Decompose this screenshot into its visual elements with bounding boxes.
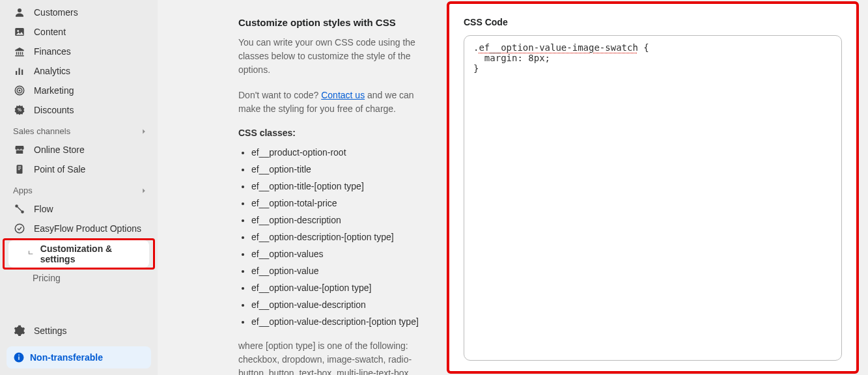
- chevron-right-icon: [139, 186, 148, 195]
- svg-point-16: [15, 224, 24, 233]
- sidebar-item-label: Marketing: [34, 85, 74, 96]
- svg-rect-3: [16, 71, 17, 75]
- svg-rect-5: [21, 70, 23, 75]
- svg-point-0: [18, 8, 21, 12]
- sidebar-item-label: EasyFlow Product Options: [34, 223, 141, 234]
- sidebar-item-label: Settings: [34, 326, 67, 336]
- info-heading: Customize option styles with CSS: [238, 17, 423, 28]
- app-icon: [13, 222, 26, 235]
- sidebar: Customers Content Finances Analytics Mar…: [0, 0, 158, 375]
- info-nocode: Don't want to code? Contact us and we ca…: [238, 89, 423, 116]
- css-class-item: ef__option-value-description: [251, 298, 423, 312]
- sidebar-item-label: Pricing: [33, 273, 61, 283]
- spell-underline: ef__option-value-image-swatch: [479, 42, 637, 53]
- section-label: Sales channels: [13, 126, 70, 136]
- css-class-item: ef__option-value: [251, 264, 423, 278]
- svg-point-8: [19, 90, 21, 92]
- panel-title: CSS Code: [464, 17, 842, 27]
- sidebar-item-customers[interactable]: Customers: [0, 3, 158, 22]
- sidebar-item-label: Content: [34, 27, 66, 37]
- target-icon: [13, 84, 26, 97]
- css-class-item: ef__option-total-price: [251, 197, 423, 210]
- info-intro: You can write your own CSS code using th…: [238, 36, 423, 77]
- sidebar-item-label: Discounts: [34, 105, 74, 115]
- sidebar-item-content[interactable]: Content: [0, 22, 158, 42]
- sidebar-section-sales[interactable]: Sales channels: [0, 120, 158, 140]
- nocode-prefix: Don't want to code?: [238, 90, 321, 100]
- sidebar-item-label: Flow: [34, 204, 53, 214]
- sidebar-item-easyflow[interactable]: EasyFlow Product Options: [0, 219, 158, 238]
- css-class-item: ef__product-option-root: [251, 146, 423, 160]
- sidebar-item-finances[interactable]: Finances: [0, 42, 158, 61]
- css-class-item: ef__option-description: [251, 214, 423, 227]
- css-class-item: ef__option-title: [251, 163, 423, 176]
- discount-icon: %: [13, 104, 26, 117]
- section-label: Apps: [13, 186, 33, 195]
- svg-rect-4: [19, 68, 20, 76]
- sidebar-item-settings[interactable]: Settings: [0, 320, 158, 341]
- css-class-list: ef__product-option-root ef__option-title…: [238, 146, 423, 329]
- sidebar-item-marketing[interactable]: Marketing: [0, 81, 158, 100]
- svg-point-2: [17, 30, 19, 32]
- highlight-customization-settings: Customization & settings: [3, 238, 155, 270]
- css-code-panel: CSS Code .ef__option-value-image-swatch …: [447, 1, 859, 374]
- css-class-item: ef__option-value-description-[option typ…: [251, 315, 423, 329]
- svg-rect-11: [18, 167, 21, 167]
- sidebar-item-customization-settings[interactable]: Customization & settings: [8, 240, 149, 268]
- non-transferable-badge[interactable]: Non-transferable: [7, 346, 151, 368]
- contact-us-link[interactable]: Contact us: [321, 90, 365, 100]
- sidebar-section-apps[interactable]: Apps: [0, 179, 158, 199]
- sidebar-item-discounts[interactable]: % Discounts: [0, 100, 158, 120]
- sidebar-item-pricing[interactable]: Pricing: [0, 270, 158, 286]
- indent-icon: [27, 249, 36, 259]
- classes-label: CSS classes:: [238, 128, 423, 138]
- chevron-right-icon: [139, 127, 148, 136]
- svg-rect-13: [18, 169, 20, 170]
- gear-icon: [13, 324, 26, 337]
- css-class-item: ef__option-values: [251, 247, 423, 261]
- spacer: [0, 286, 158, 320]
- badge-label: Non-transferable: [30, 352, 103, 363]
- bank-icon: [13, 45, 26, 58]
- store-icon: [13, 143, 26, 156]
- sidebar-item-label: Customers: [34, 7, 78, 18]
- sidebar-item-flow[interactable]: Flow: [0, 199, 158, 219]
- option-type-note: where [option type] is one of the follow…: [238, 339, 423, 375]
- sidebar-item-label: Point of Sale: [34, 164, 85, 174]
- svg-text:%: %: [18, 107, 21, 112]
- sidebar-item-label: Finances: [34, 46, 71, 57]
- css-class-item: ef__option-title-[option type]: [251, 180, 423, 193]
- sidebar-item-label: Online Store: [34, 145, 85, 155]
- sidebar-item-pos[interactable]: Point of Sale: [0, 160, 158, 179]
- main-content: Customize option styles with CSS You can…: [158, 0, 868, 375]
- info-icon: [13, 352, 25, 363]
- flow-icon: [13, 202, 26, 215]
- svg-rect-12: [18, 168, 21, 169]
- person-icon: [13, 6, 26, 19]
- svg-rect-19: [18, 355, 20, 356]
- sidebar-item-analytics[interactable]: Analytics: [0, 61, 158, 81]
- css-code-textarea[interactable]: .ef__option-value-image-swatch { margin:…: [464, 35, 842, 361]
- sidebar-item-label: Customization & settings: [40, 243, 141, 264]
- info-panel: Customize option styles with CSS You can…: [158, 0, 443, 375]
- sidebar-item-label: Analytics: [34, 66, 70, 76]
- image-icon: [13, 25, 26, 38]
- sidebar-item-online-store[interactable]: Online Store: [0, 140, 158, 160]
- chart-icon: [13, 64, 26, 77]
- css-class-item: ef__option-description-[option type]: [251, 230, 423, 244]
- receipt-icon: [13, 163, 26, 176]
- svg-rect-18: [18, 357, 20, 360]
- css-class-item: ef__option-value-[option type]: [251, 281, 423, 295]
